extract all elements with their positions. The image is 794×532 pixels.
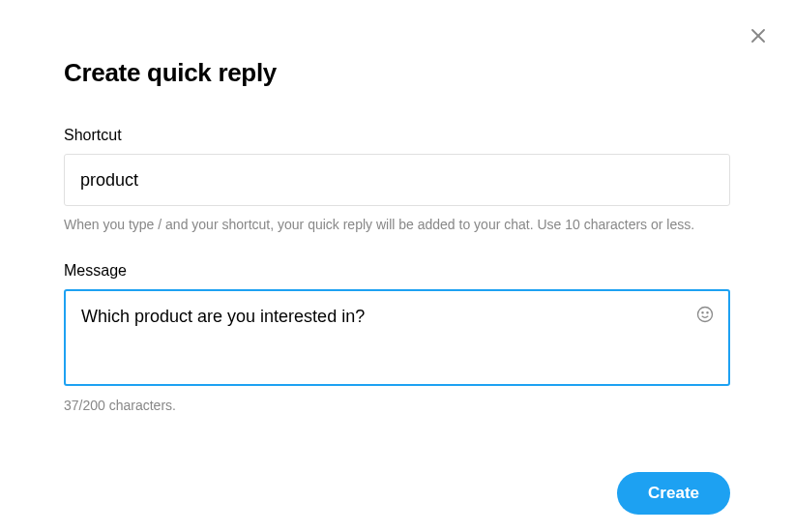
svg-point-3 — [702, 311, 703, 312]
shortcut-field-group: Shortcut When you type / and your shortc… — [64, 127, 730, 235]
dialog-footer: Create — [617, 472, 730, 515]
message-field-group: Message 37/200 characters. — [64, 262, 730, 413]
message-char-count: 37/200 characters. — [64, 398, 730, 413]
svg-point-4 — [707, 311, 708, 312]
shortcut-input[interactable] — [64, 154, 730, 206]
svg-point-2 — [698, 307, 713, 321]
create-button[interactable]: Create — [617, 472, 730, 515]
close-icon[interactable] — [750, 27, 767, 44]
dialog-title: Create quick reply — [64, 58, 730, 88]
shortcut-label: Shortcut — [64, 127, 730, 144]
emoji-icon[interactable] — [695, 305, 715, 324]
dialog-container: Create quick reply Shortcut When you typ… — [0, 0, 794, 413]
shortcut-helper-text: When you type / and your shortcut, your … — [64, 216, 730, 235]
message-label: Message — [64, 262, 730, 280]
message-wrapper — [64, 289, 730, 390]
message-textarea[interactable] — [64, 289, 730, 386]
